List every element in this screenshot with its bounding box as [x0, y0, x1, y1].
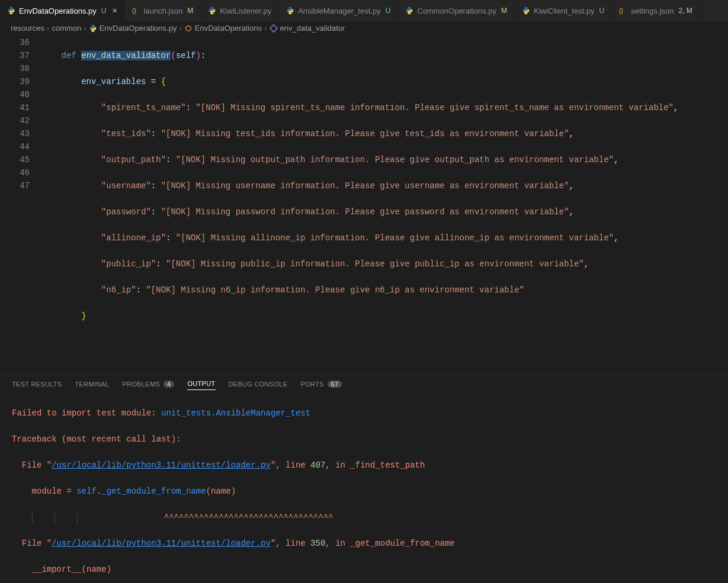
- code-editor[interactable]: 36 37 38 39 40 41 42 43 44 45 46 47 def …: [0, 35, 728, 375]
- chevron-right-icon: ›: [47, 24, 49, 33]
- code-content[interactable]: def env_data_validator(self): env_variab…: [41, 36, 728, 375]
- python-icon: [286, 7, 294, 15]
- tab-settingsjson[interactable]: {} settings.json 2, M: [612, 0, 700, 21]
- breadcrumb-item[interactable]: env_data_validator: [280, 24, 345, 33]
- python-icon: [208, 7, 216, 15]
- tab-kiwiclienttest[interactable]: KiwiClient_test.py U: [515, 0, 612, 21]
- tab-label: AnsibleManager_test.py: [298, 7, 380, 15]
- tab-status: U: [101, 7, 107, 15]
- tab-commonoperations[interactable]: CommonOperations.py M: [398, 0, 515, 21]
- tab-label: KiwiListener.py: [220, 7, 271, 15]
- panel-tab-problems[interactable]: Problems4: [123, 380, 175, 388]
- ports-badge: 67: [328, 381, 342, 388]
- method-icon: [270, 24, 278, 33]
- tab-launchjson[interactable]: {} launch.json M: [125, 0, 201, 21]
- breadcrumb-item[interactable]: EnvDataOperations.py: [100, 24, 177, 33]
- problems-badge: 4: [163, 381, 174, 388]
- class-icon: [184, 24, 193, 33]
- panel-tab-debugconsole[interactable]: Debug Console: [229, 380, 288, 388]
- tab-label: KiwiClient_test.py: [534, 7, 595, 15]
- python-icon: [7, 7, 15, 15]
- python-icon: [89, 24, 97, 33]
- tab-envdataoperations[interactable]: EnvDataOperations.py U ×: [0, 0, 125, 21]
- panel-tabs: Test Results Terminal Problems4 Output D…: [0, 375, 728, 391]
- json-icon: {}: [132, 7, 140, 15]
- svg-text:{}: {}: [132, 7, 137, 14]
- tab-status: M: [501, 7, 507, 15]
- python-icon: [522, 7, 530, 15]
- tab-status: U: [599, 7, 605, 15]
- panel-tab-output[interactable]: Output: [187, 380, 215, 390]
- python-icon: [405, 7, 413, 15]
- tab-status: M: [187, 7, 193, 15]
- panel-tab-terminal[interactable]: Terminal: [75, 380, 110, 388]
- tab-kiwilistener[interactable]: KiwiListener.py: [201, 0, 279, 21]
- breadcrumb-item[interactable]: common: [52, 24, 81, 33]
- panel-tab-testresults[interactable]: Test Results: [12, 380, 62, 388]
- svg-point-2: [185, 25, 191, 31]
- tab-status: 2, M: [679, 7, 692, 15]
- line-gutter: 36 37 38 39 40 41 42 43 44 45 46 47: [0, 36, 41, 375]
- breadcrumb-item[interactable]: EnvDataOperations: [195, 24, 262, 33]
- tab-label: settings.json: [631, 7, 674, 15]
- json-icon: {}: [619, 7, 627, 15]
- chevron-right-icon: ›: [179, 24, 181, 33]
- tab-status: U: [386, 7, 391, 15]
- chevron-right-icon: ›: [84, 24, 86, 33]
- svg-text:{}: {}: [619, 7, 624, 14]
- tab-label: CommonOperations.py: [417, 7, 496, 15]
- breadcrumb-item[interactable]: resources: [11, 24, 44, 33]
- panel-tab-ports[interactable]: Ports67: [300, 380, 342, 388]
- tab-ansiblemanagertest[interactable]: AnsibleManager_test.py U: [279, 0, 398, 21]
- breadcrumb[interactable]: resources › common › EnvDataOperations.p…: [0, 21, 728, 35]
- tab-label: EnvDataOperations.py: [19, 7, 97, 15]
- editor-tabs: EnvDataOperations.py U × {} launch.json …: [0, 0, 728, 21]
- tab-label: launch.json: [144, 7, 183, 15]
- close-icon[interactable]: ×: [112, 6, 117, 15]
- svg-rect-3: [270, 24, 277, 31]
- output-panel[interactable]: Failed to import test module: unit_tests…: [0, 391, 728, 583]
- chevron-right-icon: ›: [264, 24, 267, 33]
